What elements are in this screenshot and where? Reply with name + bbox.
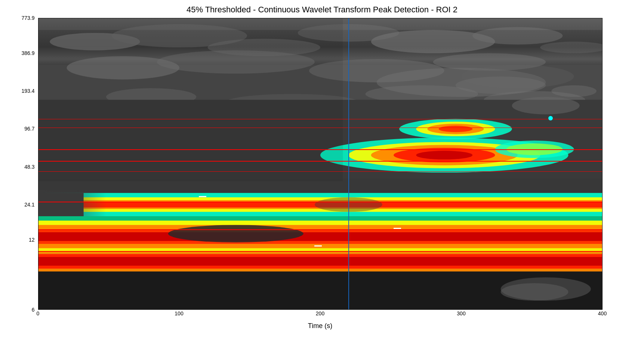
svg-point-55 [512, 97, 579, 114]
svg-point-25 [416, 151, 472, 159]
blue-vertical-line [348, 18, 349, 309]
x-axis-ticks: 0100200300400 [38, 310, 603, 320]
chart-area: Frequency (mHz) [38, 18, 603, 317]
chart-title: 45% Thresholded - Continuous Wavelet Tra… [8, 4, 636, 15]
x-tick-label: 0 [37, 310, 40, 316]
peak-marker-3 [394, 228, 401, 229]
x-axis-label: Time (s) [38, 322, 603, 330]
y-tick-label: 96.7 [24, 126, 34, 132]
svg-point-44 [168, 225, 303, 242]
y-tick-label: 48.3 [24, 164, 34, 170]
x-tick-label: 100 [175, 310, 183, 316]
svg-rect-43 [38, 232, 602, 241]
chart-container: 45% Thresholded - Continuous Wavelet Tra… [8, 4, 636, 345]
svg-point-56 [455, 77, 545, 94]
y-tick-label: 386.9 [21, 50, 34, 56]
red-horizontal-line [38, 171, 602, 172]
cyan-peak-dot [548, 116, 553, 120]
red-horizontal-line [38, 128, 602, 128]
x-tick-label: 400 [598, 310, 607, 316]
x-tick-label: 200 [316, 310, 324, 316]
red-horizontal-line [38, 161, 602, 162]
x-tick-label: 300 [457, 310, 465, 316]
plot-area: 138.710769.354.241.820.913.78.6 [38, 18, 603, 310]
y-tick-label: 773.9 [21, 15, 34, 21]
svg-point-57 [551, 85, 597, 97]
peak-marker-2 [314, 245, 322, 247]
svg-point-29 [438, 126, 472, 132]
y-tick-label: 6 [32, 307, 35, 313]
y-tick-label: 193.4 [21, 88, 34, 94]
svg-point-50 [500, 283, 568, 301]
spectrogram-svg [38, 18, 602, 309]
peak-marker-1 [199, 196, 206, 197]
red-horizontal-line [38, 251, 602, 252]
red-horizontal-line [38, 119, 602, 120]
y-tick-label: 12 [29, 237, 35, 243]
svg-rect-47 [38, 257, 602, 266]
red-horizontal-line [38, 149, 602, 150]
y-tick-label: 24.1 [24, 202, 34, 208]
red-horizontal-line [38, 229, 602, 230]
svg-rect-54 [38, 18, 343, 181]
y-axis-labels: 773.9386.9193.496.748.324.1126 [10, 18, 36, 310]
red-horizontal-line [38, 202, 602, 202]
svg-rect-37 [38, 190, 106, 219]
